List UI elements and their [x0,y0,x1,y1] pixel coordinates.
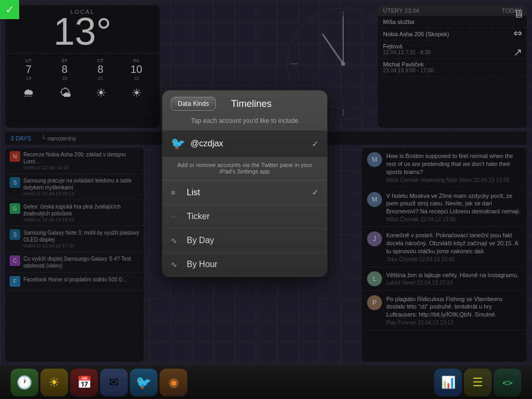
dock-rss-icon[interactable]: ◉ [160,369,187,396]
monitor-icon[interactable]: 🖥 [513,8,524,20]
account-checkmark: ✓ [312,139,319,149]
dock-code-icon[interactable]: <> [494,369,521,396]
list-dock-icon: ☰ [472,376,483,389]
dock-twitter-icon[interactable]: 🐦 [130,369,157,396]
data-kinds-button[interactable]: Data Kinds [171,97,216,111]
dock-clock-icon[interactable]: 🕐 [11,369,38,396]
taskbar-left: 🕐 ☀ 📅 ✉ 🐦 ◉ [11,369,187,396]
export-icon[interactable]: ↗ [513,46,524,59]
dock-list-icon[interactable]: ☰ [464,369,492,396]
view-option-byhour[interactable]: ∿ By Hour [162,253,327,277]
sun-icon: ☀ [48,375,60,390]
modal-header: Data Kinds Timelines [162,90,327,115]
add-account-note: Add or remove accounts via the Twitter p… [162,157,327,180]
view-option-list[interactable]: ≡ List ✓ [162,180,327,205]
view-option-ticker[interactable]: ··· Ticker [162,205,327,229]
byhour-icon: ∿ [171,260,181,269]
chart-icon: 📊 [441,376,455,389]
code-icon: <> [502,378,512,388]
rss-icon: ◉ [169,376,179,389]
account-name: @czdjax [190,139,306,148]
modal-hint: Tap each account you'd like to include [162,115,327,130]
mail-icon: ✉ [109,376,119,389]
top-controls: 🖥 ⇔ ↗ [513,8,524,59]
resize-icon[interactable]: ⇔ [513,27,524,39]
taskbar: 🕐 ☀ 📅 ✉ 🐦 ◉ 📊 ☰ <> [0,366,532,399]
twitter-account-row[interactable]: 🐦 @czdjax ✓ [162,130,327,157]
checkmark-icon: ✓ [5,3,14,16]
dock-chart-icon[interactable]: 📊 [434,369,462,396]
view-option-list-label: List [187,188,306,197]
dock-weather-icon[interactable]: ☀ [40,369,68,396]
dock-mail-icon[interactable]: ✉ [100,369,128,396]
view-option-byhour-label: By Hour [187,260,319,269]
dock-calendar-icon[interactable]: 📅 [70,369,98,396]
view-option-byday[interactable]: ∿ By Day [162,229,327,253]
timelines-modal: Data Kinds Timelines Tap each account yo… [162,90,327,277]
twitter-bird-icon: 🐦 [171,137,185,151]
modal-title: Timelines [221,98,319,110]
taskbar-right: 📊 ☰ <> [434,369,521,396]
list-checkmark: ✓ [312,187,319,197]
list-icon: ≡ [171,188,181,197]
calendar-icon: 📅 [77,376,92,389]
modal-backdrop[interactable]: Data Kinds Timelines Tap each account yo… [0,0,532,367]
view-option-byday-label: By Day [187,236,319,245]
top-checkmark[interactable]: ✓ [0,0,19,19]
byday-icon: ∿ [171,236,181,245]
ticker-icon: ··· [171,214,181,220]
twitter-icon: 🐦 [136,375,152,390]
view-option-ticker-label: Ticker [187,212,319,221]
clock-icon: 🕐 [16,375,32,390]
